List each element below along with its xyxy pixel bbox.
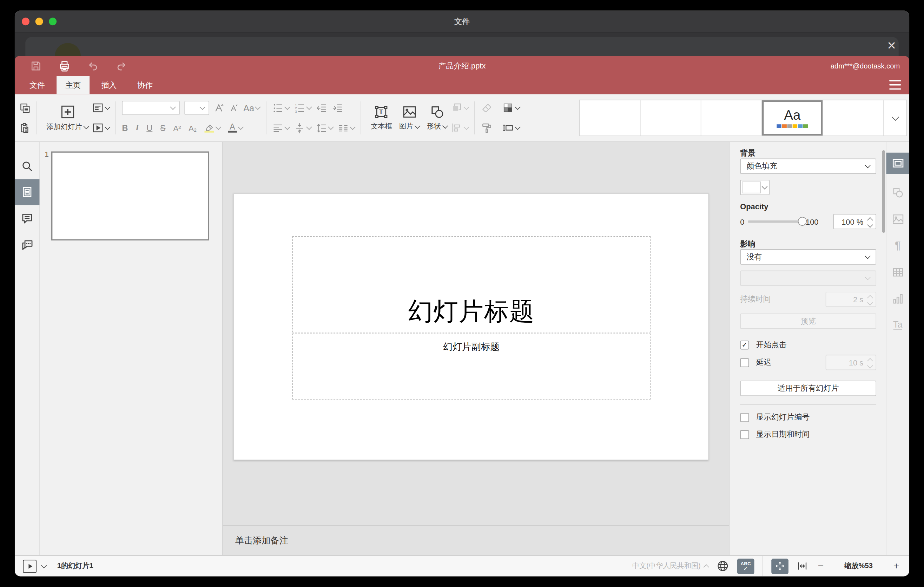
change-case-icon[interactable]: Aa [243,103,260,113]
arrange-order-icon[interactable] [451,102,469,114]
paragraph-settings-icon[interactable]: ¶ [886,232,909,259]
font-name-select[interactable] [122,101,180,115]
theme-option-3[interactable] [701,100,762,135]
apply-to-all-slides-button[interactable]: 适用于所有幻灯片 [740,381,876,396]
preview-options-icon[interactable] [41,562,47,568]
delay-value: 10 s [831,358,868,367]
copy-icon[interactable] [19,102,31,114]
set-language-icon[interactable] [716,560,729,572]
bullet-list-icon[interactable] [272,102,290,114]
theme-option-selected[interactable]: Aa [762,100,823,135]
numbered-list-icon[interactable]: 123 [294,102,312,114]
vertical-align-icon[interactable] [294,122,312,134]
increase-font-icon[interactable] [214,102,224,113]
slide-subtitle-text: 幻灯片副标题 [443,341,500,399]
slide-thumbnail-1[interactable] [51,151,209,240]
copy-style-icon[interactable] [481,122,493,134]
slide-1[interactable]: 幻灯片标题 幻灯片副标题 [233,193,709,460]
line-spacing-icon[interactable] [316,122,333,134]
insert-shape-button[interactable]: 形状 [423,94,451,142]
image-settings-icon[interactable] [886,206,909,232]
add-slide-button[interactable]: 添加幻灯片 [43,94,92,142]
highlight-color-button[interactable] [204,124,220,132]
start-slideshow-icon[interactable] [92,122,109,134]
strikethrough-button[interactable]: S [160,123,166,133]
chart-settings-icon[interactable] [886,285,909,312]
insert-image-button[interactable]: 图片 [396,94,423,142]
fit-width-button[interactable] [797,560,808,572]
delay-checkbox[interactable] [740,358,749,367]
align-shapes-icon[interactable] [451,122,469,134]
notes-area[interactable]: 单击添加备注 [223,525,729,556]
left-sidebar [15,142,40,556]
superscript-button[interactable]: A² [173,124,181,132]
add-slide-label: 添加幻灯片 [47,122,82,132]
show-slide-number-checkbox[interactable] [740,413,749,422]
fit-slide-button[interactable] [771,558,789,574]
hamburger-menu-icon[interactable] [889,80,901,89]
svg-text:3: 3 [295,109,297,113]
close-icon[interactable]: ✕ [883,38,900,54]
paste-icon[interactable] [19,122,31,134]
background-fill-select[interactable]: 颜色填充 [740,159,876,174]
background-color-picker[interactable] [740,180,769,195]
tab-file[interactable]: 文件 [21,76,54,94]
increase-indent-icon[interactable] [332,102,343,114]
textart-settings-icon[interactable]: Ta [886,312,909,338]
start-on-click-row: ✓ 开始点击 [740,340,876,350]
opacity-spinner[interactable]: 100 % [833,214,876,229]
theme-option-1[interactable] [580,100,641,135]
insert-textbox-button[interactable]: T 文本框 [367,94,396,142]
subtitle-placeholder[interactable]: 幻灯片副标题 [292,333,651,399]
horizontal-align-icon[interactable] [272,122,290,134]
toolbar: 添加幻灯片 Aa B I U S [15,94,909,142]
tab-collaboration[interactable]: 协作 [129,76,162,94]
bold-button[interactable]: B [122,123,128,133]
reset-style-icon[interactable] [481,102,493,114]
font-color-button[interactable]: A [228,124,243,132]
tab-home[interactable]: 主页 [56,76,89,94]
theme-option-5[interactable] [823,100,883,135]
font-size-select[interactable] [184,101,209,115]
italic-button[interactable]: I [135,123,139,133]
preview-button[interactable]: 预览 [740,313,876,329]
subscript-button[interactable]: A₂ [188,124,196,132]
panel-scrollbar[interactable] [882,150,885,233]
theme-option-2[interactable] [641,100,701,135]
svg-text:T: T [379,109,383,115]
effect-type-select[interactable] [740,270,876,286]
titlebar: 文件 [15,10,909,33]
show-date-time-checkbox[interactable] [740,430,749,439]
clipboard-group [19,94,31,142]
decrease-indent-icon[interactable] [316,102,327,114]
slide-layout-icon[interactable] [92,102,109,114]
zoom-in-button[interactable]: + [892,560,901,572]
zoom-out-button[interactable]: − [816,560,826,572]
shape-settings-icon[interactable] [886,179,909,206]
title-placeholder[interactable]: 幻灯片标题 [292,236,651,333]
columns-icon[interactable] [338,122,355,134]
duration-spinner[interactable]: 2 s [826,292,876,307]
effect-select[interactable]: 没有 [740,249,876,265]
start-preview-icon[interactable] [23,560,36,572]
window-title: 文件 [15,10,909,32]
opacity-max: 100 [806,217,818,226]
color-scheme-icon[interactable] [502,102,520,114]
slide-size-icon[interactable] [502,122,520,134]
opacity-down-icon[interactable] [867,222,873,228]
language-selector[interactable]: 中文(中华人民共和国) [632,561,708,571]
delay-spinner[interactable]: 10 s [826,355,876,370]
tab-insert[interactable]: 插入 [93,76,126,94]
decrease-font-icon[interactable] [229,103,239,113]
theme-gallery-expand[interactable] [883,100,906,135]
search-icon[interactable] [15,153,39,180]
comments-icon[interactable] [15,205,39,232]
spell-check-button[interactable]: ABC ✓ [737,558,754,574]
slides-panel-icon[interactable] [15,179,39,205]
chat-icon[interactable] [15,232,39,258]
opacity-slider[interactable] [748,221,802,223]
table-settings-icon[interactable] [886,259,909,285]
slide-settings-icon[interactable] [886,153,909,174]
underline-button[interactable]: U [147,123,152,133]
start-on-click-checkbox[interactable]: ✓ [740,340,749,349]
